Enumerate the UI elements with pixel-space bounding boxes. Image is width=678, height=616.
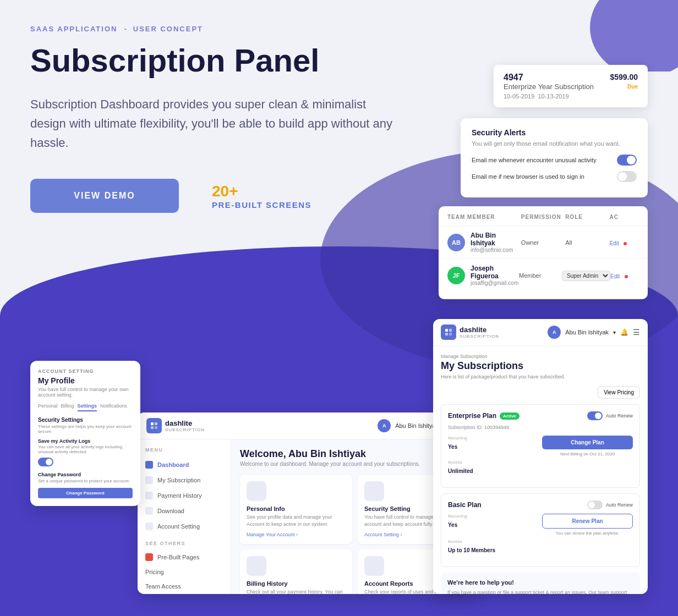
saas-label: SAAS APPLICATION [30,25,117,33]
tab-notifications[interactable]: Notifications [100,403,127,411]
personal-info-link[interactable]: Manage Your Account › [247,532,346,537]
personal-info-desc: See your profile data and manage your Ac… [247,514,346,527]
edit-link-1[interactable]: Edit [609,240,619,246]
payment-menu-icon [145,492,153,499]
prebuilt-number: 20+ [212,183,238,200]
tab-personal[interactable]: Personal [38,403,58,411]
security-alerts-desc: You will get only those email notificati… [472,140,637,147]
enterprise-subscription-id: Subscription ID: 100394949 [448,425,633,430]
logo-sub: SUBSCRIPTION [165,427,205,432]
subscription-dates: 10-05-2019 10-13-2019 [504,93,638,100]
enterprise-auto-renew: Auto Renew [587,411,633,420]
security-alerts-card: Security Alerts You will get only those … [461,118,648,197]
team-table-header: TEAM MEMBER PERMISSION ROLE AC [439,214,648,220]
enterprise-plan-status: Active [500,413,520,420]
sidebar-item-team[interactable]: Team Access [138,579,231,593]
svg-rect-4 [445,329,448,332]
prebuilt-info: 20+ PRE-BUILT SCREENS [212,183,311,210]
recurring-value: Yes [448,444,457,450]
security-settings-desc: These settings are helps you keep your a… [38,424,133,434]
subs-logo-icon [441,324,456,340]
activity-logs-toggle[interactable] [38,458,53,466]
red-dot-1 [624,242,627,245]
dashboard-header: dashlite SUBSCRIPTION A Abu Bin Ishityak… [138,413,479,439]
support-section: We're here to help you! If you have a qu… [441,573,640,594]
svg-rect-7 [449,333,452,336]
user-avatar: A [378,419,391,432]
sidebar-item-prebuilt[interactable]: Pre-Built Pages [138,549,231,565]
member-email-1: info@softnio.com [471,247,521,253]
support-title: We're here to help you! [447,579,633,586]
svg-rect-2 [151,426,154,429]
basic-access-label: Access [448,539,539,544]
role-dropdown-2[interactable]: Super Admin Admin Member [562,271,610,281]
basic-action: Renew Plan You can renew the plan anytim… [542,514,633,536]
sidebar-item-pricing[interactable]: Pricing [138,565,231,579]
enterprise-plan-details: Recurring Yes Change Plan Next Billing o… [448,436,633,475]
member-details-1: Abu Bin Ishityak info@softnio.com [471,232,521,253]
sidebar-item-account[interactable]: Account Setting [138,519,231,534]
logo-name: dashlite [165,419,205,427]
dashboard-body: MENU Dashboard My Subscription Payment H… [138,439,479,594]
basic-auto-renew: Auto Renew [587,501,633,509]
account-section-label: Account Setting [38,369,133,374]
billing-history-icon [247,556,266,576]
change-password-desc: Set a unique password to protect your ac… [38,479,133,483]
user-name: Abu Bin Ishityak [395,422,439,429]
subscriptions-desc: Here is list of package/product that you… [441,374,640,380]
subs-bell-icon[interactable] [620,328,628,336]
edit-link-2[interactable]: Edit [610,273,620,279]
toggle1-label: Email me whenever encounter unusual acti… [472,157,597,163]
table-row: AB Abu Bin Ishityak info@softnio.com Own… [439,226,648,258]
member-info-1: AB Abu Bin Ishityak info@softnio.com [447,232,521,253]
sidebar-item-download[interactable]: Download [138,503,231,519]
basic-billing-note: You can renew the plan anytime. [542,531,633,536]
view-demo-button[interactable]: VIEW DEMO [30,179,179,213]
basic-recurring: Recurring Yes [448,514,539,536]
change-password-button[interactable]: Change Password [38,488,133,498]
tab-billing[interactable]: Billing [61,403,74,411]
logo-text-block: dashlite SUBSCRIPTION [165,419,205,432]
basic-recurring-value: Yes [448,522,457,528]
subs-hamburger-icon[interactable] [633,328,640,337]
account-tabs: Personal Billing Settings Notifications [38,403,133,411]
avatar-1: AB [447,234,465,251]
svg-rect-6 [445,333,448,336]
avatar-2: JF [447,267,465,284]
prebuilt-menu-icon [145,553,153,561]
subscription-info-card: 4947 Enterprize Year Subscription 10-05-… [494,65,648,107]
logo-icon [146,418,162,433]
basic-plan-name-badge: Basic Plan [448,501,482,509]
sidebar-label-download: Download [157,508,184,514]
hero-description: Subscription Dashboard provides you supe… [30,95,404,153]
sidebar-item-login[interactable]: Login Activity [138,593,231,594]
basic-access-value: Up to 10 Members [448,547,495,553]
next-billing-note: Next Billing on Oct 11, 2020 [542,452,633,457]
enterprise-auto-renew-toggle[interactable] [587,411,603,420]
subs-logo: dashlite SUBSCRIPTION [441,324,499,340]
sidebar-label-payment: Payment History [157,492,202,499]
sidebar-label-subscription: My Subscription [157,477,200,483]
account-desc: You have full control to manage your own… [38,387,133,398]
tab-settings[interactable]: Settings [78,403,97,411]
view-pricing-button[interactable]: View Pricing [598,386,640,399]
change-plan-button[interactable]: Change Plan [542,436,633,449]
subscriptions-body: Manage Subscription My Subscriptions Her… [433,346,648,594]
toggle-unusual-activity[interactable] [617,155,637,166]
sidebar-item-payment[interactable]: Payment History [138,488,231,503]
basic-access: Access Up to 10 Members [448,539,539,554]
enterprise-plan-name: Enterprise Plan [448,412,496,420]
basic-auto-renew-toggle[interactable] [587,501,603,509]
toggle-row-1: Email me whenever encounter unusual acti… [472,155,637,166]
access-label: Access [448,460,539,465]
enterprise-access: Access Unlimited [448,460,539,475]
account-title: My Profile [38,376,133,385]
basic-plan-name: Basic Plan [448,501,482,509]
basic-plan-details: Recurring Yes Renew Plan You can renew t… [448,514,633,554]
sidebar-item-subscription[interactable]: My Subscription [138,472,231,488]
renew-plan-button[interactable]: Renew Plan [542,514,633,529]
member-role-select-2[interactable]: Super Admin Admin Member [562,270,610,281]
svg-rect-0 [151,422,154,425]
sidebar-item-dashboard[interactable]: Dashboard [138,457,231,472]
toggle-new-browser[interactable] [617,171,637,182]
